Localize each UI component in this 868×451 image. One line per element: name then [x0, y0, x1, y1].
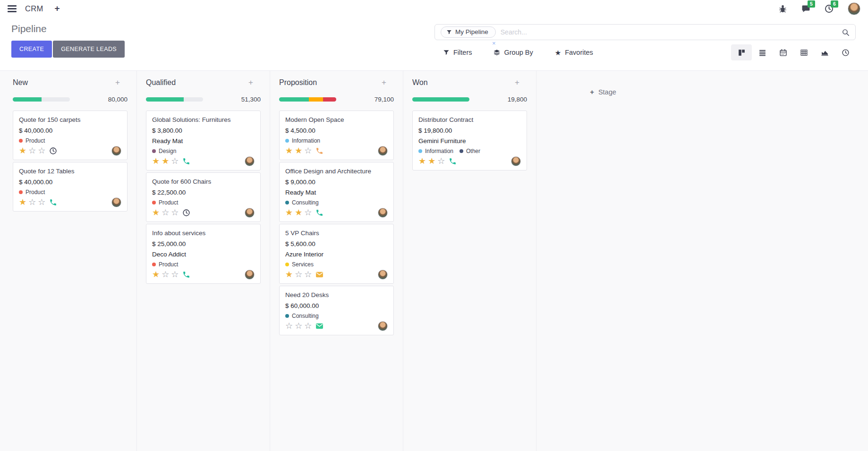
star-empty-icon[interactable]: ☆ [162, 208, 169, 218]
star-filled-icon[interactable]: ★ [285, 146, 293, 156]
column-progressbar[interactable] [13, 97, 70, 102]
star-empty-icon[interactable]: ☆ [171, 208, 179, 218]
kanban-card[interactable]: Quote for 150 carpets$ 40,000.00Product★… [13, 111, 128, 160]
column-title[interactable]: New [13, 78, 28, 87]
star-empty-icon[interactable]: ☆ [295, 321, 302, 331]
star-empty-icon[interactable]: ☆ [171, 156, 179, 166]
star-empty-icon[interactable]: ☆ [304, 146, 312, 156]
favorites-menu[interactable]: ★ Favorites [555, 49, 593, 56]
envelope-icon[interactable] [315, 271, 323, 279]
graph-view-icon[interactable] [814, 44, 835, 60]
quick-add-icon[interactable]: + [515, 78, 527, 87]
star-filled-icon[interactable]: ★ [418, 156, 426, 166]
apps-menu-icon[interactable] [8, 5, 17, 12]
star-empty-icon[interactable]: ☆ [171, 270, 179, 280]
debug-bug-icon[interactable] [778, 4, 787, 13]
phone-icon[interactable] [49, 198, 57, 206]
activities-clock-icon[interactable]: 6 [825, 4, 834, 13]
filters-menu[interactable]: Filters [443, 49, 472, 56]
kanban-card[interactable]: Need 20 Desks$ 60,000.00Consulting☆☆☆ [279, 286, 394, 335]
progress-segment[interactable] [146, 97, 184, 102]
phone-icon[interactable] [449, 157, 457, 165]
star-empty-icon[interactable]: ☆ [162, 270, 169, 280]
new-window-plus-icon[interactable]: + [54, 3, 60, 14]
star-empty-icon[interactable]: ☆ [38, 197, 45, 207]
kanban-view-icon[interactable] [731, 44, 752, 60]
progress-segment[interactable] [279, 97, 309, 102]
phone-icon[interactable] [315, 209, 323, 217]
clock-icon[interactable] [182, 209, 190, 217]
star-filled-icon[interactable]: ★ [285, 270, 293, 280]
card-title[interactable]: Info about services [152, 230, 255, 237]
search-icon[interactable] [842, 28, 850, 36]
phone-icon[interactable] [182, 271, 190, 279]
column-title[interactable]: Qualified [146, 78, 176, 87]
kanban-card[interactable]: Distributor Contract$ 19,800.00Gemini Fu… [412, 111, 527, 170]
star-filled-icon[interactable]: ★ [295, 146, 302, 156]
progress-segment[interactable] [13, 97, 42, 102]
star-empty-icon[interactable]: ☆ [28, 146, 36, 156]
messages-icon[interactable]: 5 [801, 4, 810, 13]
kanban-card[interactable]: 5 VP Chairs$ 5,600.00Azure InteriorServi… [279, 224, 394, 284]
column-progressbar[interactable] [412, 97, 469, 102]
quick-add-icon[interactable]: + [382, 78, 394, 87]
card-title[interactable]: Office Design and Architecture [285, 168, 388, 175]
phone-icon[interactable] [182, 157, 190, 165]
star-filled-icon[interactable]: ★ [152, 208, 160, 218]
clock-icon[interactable] [49, 147, 57, 155]
column-progressbar[interactable] [146, 97, 203, 102]
quick-add-icon[interactable]: + [115, 78, 128, 87]
kanban-card[interactable]: Info about services$ 25,000.00Deco Addic… [146, 224, 261, 284]
salesperson-avatar[interactable] [378, 321, 388, 331]
progress-segment[interactable] [323, 97, 336, 102]
column-title[interactable]: Proposition [279, 78, 317, 87]
salesperson-avatar[interactable] [245, 156, 255, 166]
progress-segment[interactable] [412, 97, 469, 102]
star-empty-icon[interactable]: ☆ [304, 321, 312, 331]
card-title[interactable]: Quote for 600 Chairs [152, 178, 255, 185]
envelope-icon[interactable] [315, 322, 323, 330]
salesperson-avatar[interactable] [378, 208, 388, 218]
column-title[interactable]: Won [412, 78, 428, 87]
star-filled-icon[interactable]: ★ [152, 270, 160, 280]
search-facet-my-pipeline[interactable]: My Pipeline [441, 26, 496, 38]
card-title[interactable]: Global Solutions: Furnitures [152, 116, 255, 123]
kanban-card[interactable]: Quote for 12 Tables$ 40,000.00Product★☆☆ [13, 162, 128, 212]
star-filled-icon[interactable]: ★ [162, 156, 169, 166]
list-view-icon[interactable] [752, 44, 773, 60]
salesperson-avatar[interactable] [511, 156, 521, 166]
pivot-view-icon[interactable] [793, 44, 814, 60]
user-avatar[interactable] [848, 2, 860, 15]
star-empty-icon[interactable]: ☆ [304, 270, 312, 280]
salesperson-avatar[interactable] [245, 208, 255, 218]
star-filled-icon[interactable]: ★ [19, 197, 26, 207]
activity-view-icon[interactable] [835, 44, 856, 60]
calendar-view-icon[interactable] [773, 44, 793, 60]
kanban-card[interactable]: Quote for 600 Chairs$ 22,500.00Product★☆… [146, 172, 261, 222]
kanban-card[interactable]: Office Design and Architecture$ 9,000.00… [279, 162, 394, 222]
create-button[interactable]: CREATE [11, 41, 52, 58]
star-empty-icon[interactable]: ☆ [295, 270, 302, 280]
salesperson-avatar[interactable] [245, 270, 255, 280]
star-empty-icon[interactable]: ☆ [304, 208, 312, 218]
salesperson-avatar[interactable] [378, 146, 388, 156]
app-name[interactable]: CRM [25, 4, 43, 13]
card-title[interactable]: Distributor Contract [418, 116, 521, 123]
search-bar[interactable]: My Pipeline Search... × [434, 24, 856, 40]
star-empty-icon[interactable]: ☆ [28, 197, 36, 207]
card-title[interactable]: Quote for 12 Tables [19, 168, 121, 175]
star-empty-icon[interactable]: ☆ [285, 321, 293, 331]
search-input[interactable]: Search... [501, 28, 842, 36]
group-by-menu[interactable]: Group By [494, 49, 533, 56]
card-title[interactable]: Need 20 Desks [285, 291, 388, 298]
salesperson-avatar[interactable] [111, 146, 121, 156]
star-filled-icon[interactable]: ★ [428, 156, 435, 166]
card-title[interactable]: Modern Open Space [285, 116, 388, 123]
card-title[interactable]: 5 VP Chairs [285, 230, 388, 237]
star-filled-icon[interactable]: ★ [19, 146, 26, 156]
phone-icon[interactable] [315, 147, 323, 155]
add-stage-button[interactable]: + Stage [590, 88, 616, 96]
quick-add-icon[interactable]: + [248, 78, 261, 87]
kanban-card[interactable]: Modern Open Space$ 4,500.00Information★★… [279, 111, 394, 160]
facet-remove-icon[interactable]: × [492, 40, 496, 47]
